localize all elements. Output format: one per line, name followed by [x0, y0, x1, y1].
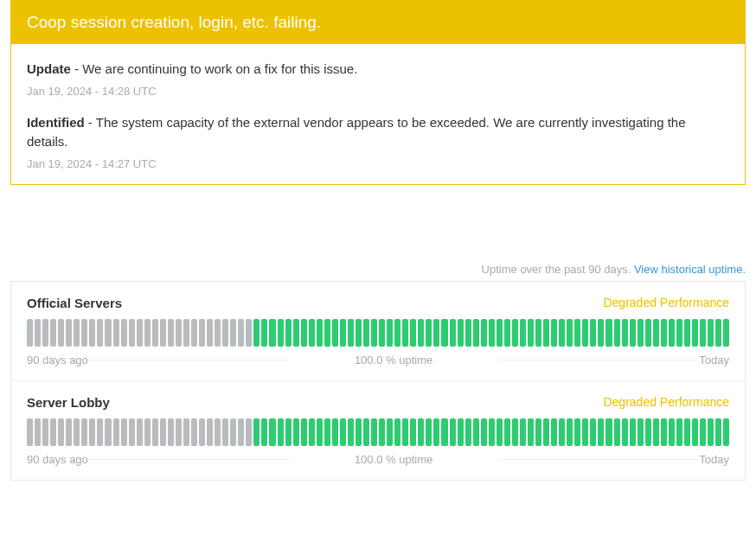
uptime-day	[512, 418, 518, 446]
uptime-day	[129, 418, 135, 446]
uptime-day	[535, 319, 541, 347]
uptime-day	[450, 319, 456, 347]
uptime-day	[582, 319, 588, 347]
component-header: Official ServersDegraded Performance	[27, 296, 729, 310]
uptime-day	[340, 319, 346, 347]
uptime-day	[332, 319, 338, 347]
uptime-day	[152, 319, 158, 347]
uptime-day	[348, 319, 354, 347]
uptime-day	[598, 418, 604, 446]
uptime-day	[676, 319, 682, 347]
uptime-day	[567, 319, 573, 347]
uptime-day	[137, 418, 143, 446]
uptime-day	[222, 319, 228, 347]
uptime-day	[293, 319, 299, 347]
uptime-day	[97, 319, 103, 347]
uptime-day	[559, 418, 565, 446]
uptime-day	[278, 418, 284, 446]
uptime-day	[528, 319, 534, 347]
uptime-day	[441, 319, 447, 347]
uptime-card: Official ServersDegraded Performance90 d…	[10, 281, 746, 481]
uptime-day	[309, 418, 315, 446]
uptime-day	[81, 319, 87, 347]
uptime-day	[152, 418, 158, 446]
uptime-day	[191, 418, 197, 446]
uptime-day	[497, 319, 503, 347]
uptime-day	[590, 319, 596, 347]
uptime-day	[356, 418, 362, 446]
uptime-note-text: Uptime over the past 90 days.	[482, 263, 634, 276]
uptime-day	[528, 418, 534, 446]
uptime-day	[324, 319, 330, 347]
uptime-day	[309, 319, 315, 347]
uptime-day	[614, 418, 620, 446]
component: Server LobbyDegraded Performance90 days …	[11, 381, 745, 480]
incident-title[interactable]: Coop session creation, login, etc. faili…	[11, 1, 745, 44]
uptime-day	[465, 319, 471, 347]
uptime-day	[512, 319, 518, 347]
uptime-footer: 90 days ago100.0 % uptimeToday	[27, 453, 729, 466]
uptime-day	[199, 418, 205, 446]
uptime-day	[481, 319, 487, 347]
uptime-day	[402, 418, 408, 446]
uptime-day	[473, 418, 479, 446]
uptime-day	[582, 418, 588, 446]
uptime-day	[340, 418, 346, 446]
uptime-day	[426, 319, 432, 347]
uptime-day	[441, 418, 447, 446]
uptime-day	[348, 418, 354, 446]
uptime-day	[418, 319, 424, 347]
uptime-day	[261, 418, 267, 446]
uptime-day	[191, 319, 197, 347]
uptime-day	[144, 319, 151, 347]
uptime-day	[222, 418, 228, 446]
uptime-day	[410, 319, 416, 347]
uptime-day	[363, 418, 369, 446]
incident-body: Update - We are continuing to work on a …	[11, 44, 745, 184]
uptime-day	[450, 418, 456, 446]
uptime-day	[27, 418, 33, 446]
uptime-day	[567, 418, 573, 446]
uptime-footer-right: Today	[699, 453, 729, 466]
uptime-day	[489, 418, 495, 446]
uptime-percent: 100.0 % uptime	[88, 453, 699, 466]
uptime-day	[27, 319, 33, 347]
uptime-day	[402, 319, 408, 347]
uptime-bar	[27, 418, 729, 446]
uptime-day	[285, 319, 292, 347]
uptime-day	[653, 418, 659, 446]
uptime-day	[433, 319, 439, 347]
uptime-day	[105, 319, 111, 347]
view-historical-link[interactable]: View historical uptime.	[634, 263, 746, 276]
uptime-day	[105, 418, 111, 446]
uptime-day	[238, 418, 244, 446]
component-name: Server Lobby	[27, 395, 110, 410]
uptime-day	[97, 418, 103, 446]
uptime-day	[121, 319, 127, 347]
incident-label: Identified	[27, 115, 85, 130]
uptime-day	[317, 418, 323, 446]
component-name: Official Servers	[27, 296, 122, 310]
component-header: Server LobbyDegraded Performance	[27, 395, 729, 410]
uptime-day	[551, 418, 557, 446]
uptime-day	[301, 319, 307, 347]
uptime-day	[42, 319, 48, 347]
uptime-day	[700, 418, 706, 446]
uptime-day	[458, 418, 464, 446]
uptime-day	[168, 319, 174, 347]
incident-card: Coop session creation, login, etc. faili…	[10, 0, 746, 185]
uptime-day	[630, 319, 636, 347]
uptime-day	[574, 319, 580, 347]
uptime-day	[42, 418, 48, 446]
uptime-day	[473, 319, 479, 347]
uptime-day	[692, 418, 698, 446]
component: Official ServersDegraded Performance90 d…	[11, 282, 745, 381]
uptime-day	[58, 319, 64, 347]
uptime-day	[293, 418, 299, 446]
uptime-day	[708, 418, 714, 446]
uptime-day	[692, 319, 698, 347]
uptime-day	[497, 418, 503, 446]
uptime-day	[394, 418, 400, 446]
uptime-day	[418, 418, 424, 446]
uptime-day	[285, 418, 292, 446]
